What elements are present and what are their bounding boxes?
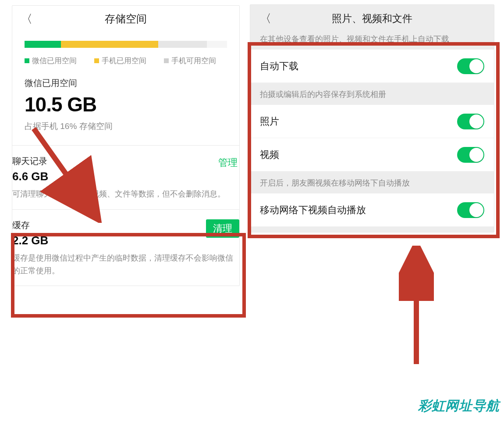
- row-label: 照片: [260, 115, 279, 128]
- row-label: 自动下载: [260, 60, 298, 73]
- cache-desc: 缓存是使用微信过程中产生的临时数据，清理缓存不会影响微信的正常使用。: [12, 252, 239, 277]
- row-auto-download[interactable]: 自动下载: [250, 50, 494, 83]
- legend-item-phone-used: 手机已用空间: [94, 56, 146, 66]
- chat-history-section: 聊天记录 6.6 GB 管理 可清理聊天中的图片、视频、文件等数据，但不会删除消…: [12, 146, 239, 209]
- storage-note: 占据手机 16% 存储空间: [25, 121, 227, 132]
- page-title: 照片、视频和文件: [332, 12, 412, 25]
- back-icon[interactable]: 〈: [260, 13, 271, 24]
- page-title: 存储空间: [105, 12, 147, 26]
- cache-value: 2.2 GB: [12, 234, 48, 247]
- legend-item-phone-free: 手机可用空间: [164, 56, 216, 66]
- storage-settings-panel: 〈 存储空间 微信已用空间 手机已用空间 手机可用空间 微信已用空间 10.5: [12, 5, 240, 286]
- row-label: 移动网络下视频自动播放: [260, 204, 366, 217]
- legend-swatch-gray: [164, 58, 169, 63]
- legend-swatch-green: [25, 58, 29, 63]
- chat-value: 6.6 GB: [12, 170, 48, 183]
- toggle-mobile-autoplay[interactable]: [457, 202, 484, 218]
- header: 〈 存储空间: [12, 6, 239, 32]
- annotation-arrow-up: [399, 246, 434, 368]
- row-label: 视频: [260, 148, 279, 161]
- row-photos[interactable]: 照片: [250, 105, 494, 138]
- row-mobile-autoplay[interactable]: 移动网络下视频自动播放: [250, 193, 494, 227]
- toggle-videos[interactable]: [457, 147, 484, 163]
- bar-segment-rest: [207, 41, 227, 48]
- bottom-pad: [250, 227, 494, 232]
- legend: 微信已用空间 手机已用空间 手机可用空间: [25, 56, 227, 66]
- legend-swatch-yellow: [94, 58, 99, 63]
- watermark: 彩虹网址导航: [418, 397, 500, 415]
- cache-section: 缓存 2.2 GB 清理 缓存是使用微信过程中产生的临时数据，清理缓存不会影响微…: [12, 210, 239, 286]
- storage-label: 微信已用空间: [25, 77, 227, 89]
- clean-button[interactable]: 清理: [206, 219, 239, 238]
- row-videos[interactable]: 视频: [250, 138, 494, 172]
- back-icon[interactable]: 〈: [21, 13, 32, 25]
- chat-title: 聊天记录: [12, 155, 48, 167]
- group-header-auto-download: 在其他设备查看的照片、视频和文件在手机上自动下载: [250, 32, 494, 50]
- bar-segment-phone-used: [61, 41, 158, 48]
- header: 〈 照片、视频和文件: [250, 5, 494, 32]
- group-header-save-to-album: 拍摄或编辑后的内容保存到系统相册: [250, 83, 494, 105]
- legend-item-wechat: 微信已用空间: [25, 56, 77, 66]
- bar-segment-wechat: [25, 41, 61, 48]
- storage-value: 10.5 GB: [25, 93, 227, 116]
- bar-segment-phone-free: [158, 41, 207, 48]
- storage-content: 微信已用空间 手机已用空间 手机可用空间 微信已用空间 10.5 GB 占据手机…: [12, 32, 239, 132]
- cache-title: 缓存: [12, 219, 48, 231]
- legend-label: 手机已用空间: [102, 56, 146, 66]
- photos-videos-files-panel: 〈 照片、视频和文件 在其他设备查看的照片、视频和文件在手机上自动下载 自动下载…: [250, 4, 494, 232]
- group-header-mobile-autoplay: 开启后，朋友圈视频在移动网络下自动播放: [250, 172, 494, 193]
- legend-label: 手机可用空间: [171, 56, 216, 66]
- chat-desc: 可清理聊天中的图片、视频、文件等数据，但不会删除消息。: [12, 188, 239, 200]
- storage-usage-bar: [25, 41, 227, 48]
- manage-button[interactable]: 管理: [217, 155, 239, 170]
- toggle-auto-download[interactable]: [457, 58, 484, 74]
- toggle-photos[interactable]: [457, 114, 484, 129]
- legend-label: 微信已用空间: [32, 56, 77, 66]
